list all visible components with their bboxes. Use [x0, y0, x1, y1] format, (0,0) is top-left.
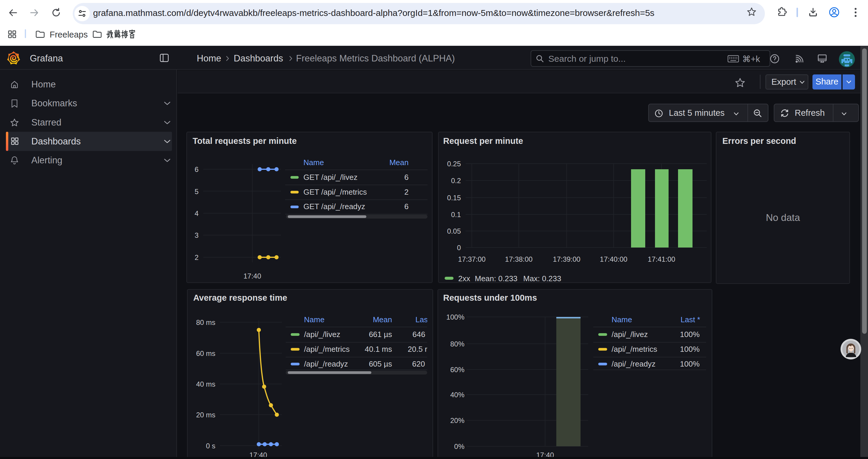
svg-text:17:39:00: 17:39:00 — [553, 255, 580, 263]
svg-text:/api/_/livez: /api/_/livez — [304, 330, 340, 339]
svg-text:No data: No data — [766, 212, 800, 223]
svg-text:2xx: 2xx — [458, 274, 470, 283]
svg-text:80 ms: 80 ms — [196, 319, 215, 326]
svg-text:GET /api/_/livez: GET /api/_/livez — [303, 173, 358, 182]
svg-text:40 ms: 40 ms — [196, 380, 215, 388]
svg-text:GET /api/_/readyz: GET /api/_/readyz — [303, 202, 365, 211]
svg-text:6: 6 — [404, 173, 409, 182]
svg-text:20 ms: 20 ms — [196, 411, 215, 419]
svg-text:0.25: 0.25 — [447, 160, 461, 168]
svg-text:/api/_/readyz: /api/_/readyz — [612, 359, 656, 368]
svg-text:60 ms: 60 ms — [196, 350, 215, 357]
svg-text:0%: 0% — [454, 442, 464, 451]
svg-text:661 µs: 661 µs — [369, 330, 392, 339]
svg-text:17:41:00: 17:41:00 — [648, 255, 675, 263]
svg-text:0 s: 0 s — [206, 442, 215, 450]
svg-text:Mean: Mean — [373, 315, 392, 324]
svg-text:620: 620 — [412, 359, 425, 368]
svg-text:605 µs: 605 µs — [369, 359, 392, 368]
svg-text:3: 3 — [195, 231, 198, 239]
svg-text:6: 6 — [404, 202, 409, 211]
svg-text:/api/_/metrics: /api/_/metrics — [304, 345, 350, 354]
svg-text:0.1: 0.1 — [451, 210, 461, 219]
svg-text:100%: 100% — [680, 330, 700, 339]
svg-text:100%: 100% — [680, 345, 700, 354]
svg-text:17:40: 17:40 — [243, 272, 261, 280]
svg-text:Requests under 100ms: Requests under 100ms — [443, 293, 537, 302]
svg-text:Name: Name — [303, 158, 324, 167]
svg-text:/api/_/livez: /api/_/livez — [612, 330, 648, 339]
svg-text:2: 2 — [404, 188, 409, 196]
svg-text:40%: 40% — [450, 391, 464, 399]
svg-text:Last *: Last * — [681, 315, 701, 324]
svg-text:17:38:00: 17:38:00 — [505, 255, 532, 263]
svg-text:GET /api/_/metrics: GET /api/_/metrics — [303, 188, 367, 196]
svg-text:40.1 ms: 40.1 ms — [365, 345, 392, 354]
svg-text:Request per minute: Request per minute — [443, 136, 523, 145]
svg-text:6: 6 — [195, 165, 198, 173]
svg-text:100%: 100% — [446, 313, 464, 321]
svg-text:0.05: 0.05 — [447, 227, 461, 235]
svg-text:0: 0 — [457, 244, 461, 252]
svg-text:646: 646 — [412, 330, 425, 339]
svg-text:4: 4 — [195, 209, 198, 218]
svg-text:Name: Name — [612, 315, 632, 324]
svg-text:17:37:00: 17:37:00 — [458, 255, 486, 263]
svg-text:Errors per second: Errors per second — [722, 136, 796, 145]
svg-text:Mean: Mean — [390, 158, 409, 167]
svg-text:5: 5 — [195, 188, 198, 196]
svg-text:0.2: 0.2 — [451, 177, 461, 185]
svg-text:Max: 0.233: Max: 0.233 — [523, 274, 561, 283]
svg-text:Total requests per minute: Total requests per minute — [193, 136, 297, 145]
svg-text:/api/_/readyz: /api/_/readyz — [304, 359, 348, 368]
svg-text:20%: 20% — [450, 417, 464, 424]
svg-text:60%: 60% — [450, 366, 464, 374]
svg-text:20.5 r: 20.5 r — [408, 345, 428, 354]
svg-text:0.15: 0.15 — [447, 194, 461, 202]
svg-text:17:40:00: 17:40:00 — [600, 255, 627, 263]
svg-text:100%: 100% — [680, 359, 700, 368]
svg-text:/api/_/metrics: /api/_/metrics — [612, 345, 657, 354]
svg-text:Mean: 0.233: Mean: 0.233 — [475, 274, 518, 283]
svg-text:Name: Name — [304, 315, 324, 324]
svg-text:2: 2 — [195, 254, 198, 261]
svg-text:80%: 80% — [450, 340, 464, 348]
svg-text:Average response time: Average response time — [193, 293, 287, 302]
